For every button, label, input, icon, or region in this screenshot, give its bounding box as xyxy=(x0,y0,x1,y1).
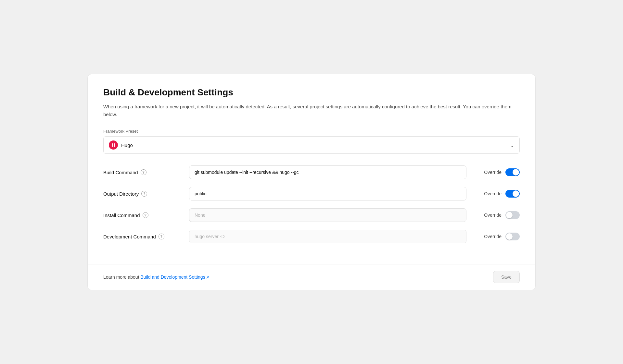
card-footer: Learn more about Build and Development S… xyxy=(88,264,535,290)
learn-more-link[interactable]: Build and Development Settings↗ xyxy=(140,274,209,280)
settings-row-output-directory: Output Directory?Override xyxy=(103,187,520,200)
help-icon-install-command[interactable]: ? xyxy=(143,212,148,218)
input-development-command[interactable] xyxy=(189,230,466,243)
override-label-development-command: Override xyxy=(484,234,502,239)
override-label-output-directory: Override xyxy=(484,191,502,196)
card-body: Build & Development Settings When using … xyxy=(88,74,535,264)
settings-row-install-command: Install Command?Override xyxy=(103,208,520,222)
external-link-icon: ↗ xyxy=(206,275,209,280)
label-col-output-directory: Output Directory? xyxy=(103,191,181,197)
override-toggle-development-command[interactable] xyxy=(505,233,520,240)
label-build-command: Build Command xyxy=(103,170,138,175)
footer-learn-more: Learn more about Build and Development S… xyxy=(103,274,209,280)
framework-preset-section: Framework Preset H Hugo ⌄ xyxy=(103,129,520,154)
help-icon-development-command[interactable]: ? xyxy=(159,234,164,239)
toggle-slider-build-command xyxy=(505,168,520,176)
override-col-output-directory: Override xyxy=(474,190,520,198)
override-toggle-build-command[interactable] xyxy=(505,168,520,176)
toggle-slider-install-command xyxy=(505,211,520,219)
override-label-install-command: Override xyxy=(484,212,502,218)
framework-preset-select[interactable]: H Hugo ⌄ xyxy=(103,136,520,154)
settings-card: Build & Development Settings When using … xyxy=(87,74,536,290)
override-label-build-command: Override xyxy=(484,170,502,175)
label-output-directory: Output Directory xyxy=(103,191,139,197)
framework-preset-label: Framework Preset xyxy=(103,129,520,134)
label-development-command: Development Command xyxy=(103,234,156,239)
page-title: Build & Development Settings xyxy=(103,87,520,98)
framework-select-left: H Hugo xyxy=(109,140,133,150)
chevron-down-icon: ⌄ xyxy=(510,142,514,148)
save-button[interactable]: Save xyxy=(493,271,520,283)
label-col-development-command: Development Command? xyxy=(103,234,181,239)
input-output-directory[interactable] xyxy=(189,187,466,200)
override-col-install-command: Override xyxy=(474,211,520,219)
settings-row-development-command: Development Command?Override xyxy=(103,230,520,243)
toggle-slider-development-command xyxy=(505,233,520,240)
settings-row-build-command: Build Command?Override xyxy=(103,165,520,179)
settings-rows: Build Command?OverrideOutput Directory?O… xyxy=(103,165,520,243)
input-col-install-command xyxy=(189,208,466,222)
page-description: When using a framework for a new project… xyxy=(103,103,520,118)
override-toggle-output-directory[interactable] xyxy=(505,190,520,198)
toggle-slider-output-directory xyxy=(505,190,520,198)
learn-more-prefix: Learn more about xyxy=(103,274,140,280)
input-build-command[interactable] xyxy=(189,165,466,179)
input-install-command[interactable] xyxy=(189,208,466,222)
override-toggle-install-command[interactable] xyxy=(505,211,520,219)
label-install-command: Install Command xyxy=(103,212,140,218)
override-col-development-command: Override xyxy=(474,233,520,240)
override-col-build-command: Override xyxy=(474,168,520,176)
input-col-development-command xyxy=(189,230,466,243)
help-icon-build-command[interactable]: ? xyxy=(141,169,146,175)
label-col-build-command: Build Command? xyxy=(103,169,181,175)
hugo-icon: H xyxy=(109,140,118,150)
help-icon-output-directory[interactable]: ? xyxy=(141,191,147,197)
input-col-build-command xyxy=(189,165,466,179)
input-col-output-directory xyxy=(189,187,466,200)
label-col-install-command: Install Command? xyxy=(103,212,181,218)
framework-name: Hugo xyxy=(121,142,133,148)
